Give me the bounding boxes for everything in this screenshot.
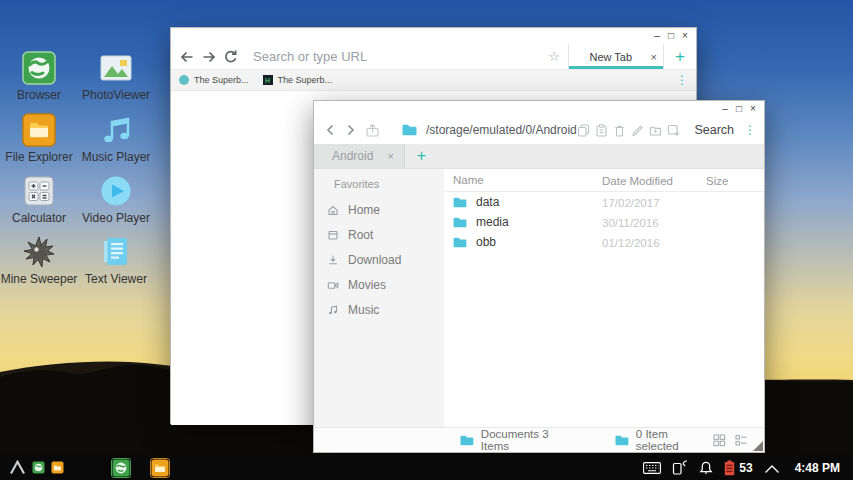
tab-title: New Tab <box>575 51 647 63</box>
explorer-sidebar: Favorites Home Root <box>314 169 444 427</box>
browser-titlebar[interactable]: – □ × <box>171 28 696 44</box>
calculator-app-icon <box>21 173 57 209</box>
browser-toolbar: ☆ New Tab × + <box>171 44 696 70</box>
browser-menu-icon[interactable]: ⋮ <box>676 73 688 87</box>
desktop-icon-calculator[interactable]: Calculator <box>0 173 78 225</box>
desktop-icon-text-viewer[interactable]: Text Viewer <box>77 234 155 286</box>
pinned-file-explorer-icon[interactable] <box>51 461 64 474</box>
music-player-app-icon <box>98 112 134 148</box>
folder-icon <box>453 217 467 228</box>
bookmark-star-icon[interactable]: ☆ <box>540 49 568 64</box>
file-row-obb[interactable]: obb 01/12/2016 <box>444 232 764 252</box>
desktop-icon-music-player[interactable]: Music Player <box>77 112 155 164</box>
photoviewer-app-icon <box>98 50 134 86</box>
explorer-minimize-button[interactable]: – <box>718 104 732 114</box>
column-name[interactable]: Name <box>453 174 484 186</box>
sidebar-item-home[interactable]: Home <box>314 197 444 222</box>
window-resize-grip[interactable] <box>753 441 763 451</box>
back-icon[interactable] <box>179 49 195 65</box>
bookmark-favicon <box>179 75 189 85</box>
video-player-app-icon <box>98 173 134 209</box>
tray-expand-icon[interactable] <box>764 462 780 474</box>
explorer-toolbar: /storage/emulated/0/Android <box>314 116 764 144</box>
clock[interactable]: 4:48 PM <box>795 461 840 475</box>
desktop-icon-label: Video Player <box>77 211 155 225</box>
new-explorer-tab-button[interactable]: + <box>405 147 438 165</box>
nav-up-icon[interactable] <box>365 123 380 137</box>
desktop-icon-label: Music Player <box>77 150 155 164</box>
download-icon <box>327 254 339 266</box>
column-date-modified[interactable]: Date Modified <box>602 175 673 187</box>
home-icon <box>327 204 339 216</box>
taskbar: 53 4:48 PM <box>0 455 853 480</box>
path-folder-icon <box>402 124 417 136</box>
bookmark-item[interactable]: The Superb... <box>179 75 249 85</box>
desktop-icon-photoviewer[interactable]: PhotoViewer <box>77 50 155 102</box>
url-input[interactable] <box>247 44 540 69</box>
sidebar-item-movies[interactable]: Movies <box>314 272 444 297</box>
browser-tab-new-tab[interactable]: New Tab × <box>568 44 664 69</box>
file-row-data[interactable]: data 17/02/2017 <box>444 192 764 212</box>
new-folder-icon[interactable] <box>649 124 662 137</box>
bookmark-item[interactable]: H The Superb... <box>263 75 333 85</box>
launcher-button[interactable] <box>9 460 26 475</box>
movies-icon <box>327 279 339 291</box>
copy-icon[interactable] <box>577 124 590 137</box>
status-selection-count: 0 Item selected <box>615 428 713 452</box>
desktop-icon-file-explorer[interactable]: File Explorer <box>0 112 78 164</box>
browser-close-button[interactable]: × <box>678 31 692 41</box>
explorer-titlebar[interactable]: – □ × <box>314 101 764 116</box>
desktop-icon-label: Text Viewer <box>77 272 155 286</box>
sidebar-item-root[interactable]: Root <box>314 222 444 247</box>
folder-icon <box>453 237 467 248</box>
new-window-icon[interactable] <box>667 124 680 137</box>
browser-minimize-button[interactable]: – <box>650 31 664 41</box>
new-tab-button[interactable]: + <box>664 44 696 69</box>
nav-forward-icon[interactable] <box>344 123 357 137</box>
taskbar-running-file-explorer[interactable] <box>151 459 169 477</box>
desktop-icon-label: Calculator <box>0 211 78 225</box>
delete-icon[interactable] <box>613 124 626 137</box>
column-size[interactable]: Size <box>706 175 728 187</box>
explorer-maximize-button[interactable]: □ <box>732 104 746 114</box>
taskbar-running-browser[interactable] <box>112 459 130 477</box>
desktop-icon-browser[interactable]: Browser <box>0 50 78 102</box>
explorer-close-button[interactable]: × <box>746 104 760 114</box>
favorites-header: Favorites <box>314 169 444 197</box>
nav-back-icon[interactable] <box>324 123 337 137</box>
desktop: Browser PhotoViewer File Explorer Music … <box>0 0 853 480</box>
text-viewer-app-icon <box>98 234 134 270</box>
sidebar-item-download[interactable]: Download <box>314 247 444 272</box>
breadcrumb-path[interactable]: /storage/emulated/0/Android <box>426 123 577 137</box>
explorer-tab-android[interactable]: Android × <box>314 144 405 168</box>
explorer-status-bar: Documents 3 Items 0 Item selected <box>314 427 764 452</box>
file-row-media[interactable]: media 30/11/2016 <box>444 212 764 232</box>
grid-view-icon[interactable] <box>713 434 726 447</box>
pinned-browser-icon[interactable] <box>32 461 45 474</box>
desktop-icon-label: Mine Sweeper <box>0 272 78 286</box>
mine-sweeper-app-icon <box>21 234 57 270</box>
keyboard-tray-icon[interactable] <box>643 462 661 474</box>
reload-icon[interactable] <box>223 49 239 65</box>
battery-status[interactable]: 53 <box>724 460 752 476</box>
list-view-icon[interactable] <box>735 434 748 447</box>
explorer-tab-bar: Android × + <box>314 144 764 169</box>
forward-icon[interactable] <box>201 49 217 65</box>
explorer-menu-icon[interactable]: ⋮ <box>744 123 756 137</box>
paste-icon[interactable] <box>595 124 608 137</box>
browser-maximize-button[interactable]: □ <box>664 31 678 41</box>
search-button[interactable]: Search <box>694 123 734 137</box>
file-explorer-app-icon <box>21 112 57 148</box>
desktop-icon-video-player[interactable]: Video Player <box>77 173 155 225</box>
rename-icon[interactable] <box>631 124 644 137</box>
file-explorer-window: – □ × /storage/emulated/0/Android <box>313 100 765 453</box>
tab-close-icon[interactable]: × <box>387 150 393 162</box>
battery-percent: 53 <box>739 461 752 475</box>
desktop-icon-mine-sweeper[interactable]: Mine Sweeper <box>0 234 78 286</box>
device-signal-tray-icon[interactable] <box>672 460 688 475</box>
file-list: Name Date Modified Size data 17/02/2017 <box>444 169 764 427</box>
root-icon <box>327 229 339 241</box>
tab-close-icon[interactable]: × <box>647 51 657 63</box>
sidebar-item-music[interactable]: Music <box>314 297 444 322</box>
notifications-bell-icon[interactable] <box>699 461 713 475</box>
